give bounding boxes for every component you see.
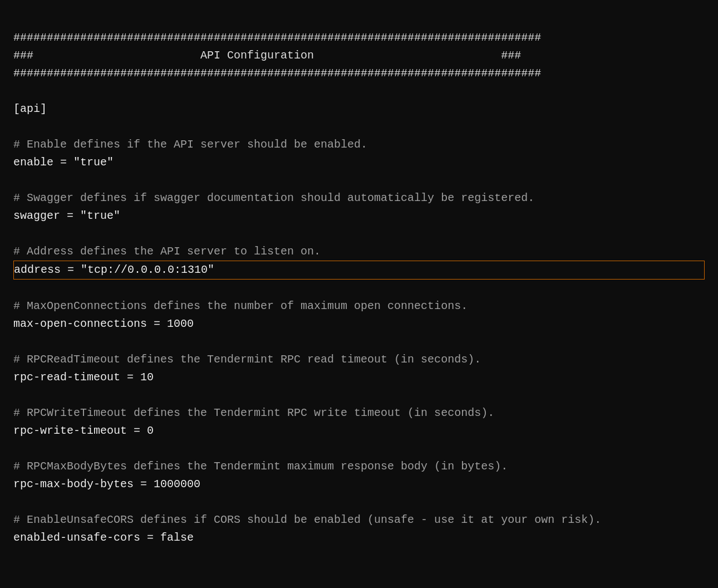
comment-line: # EnableUnsafeCORS defines if CORS shoul… (13, 511, 705, 529)
comment-line: # RPCReadTimeout defines the Tendermint … (13, 351, 705, 369)
empty-line (13, 82, 705, 100)
code-line: rpc-read-timeout = 10 (13, 369, 705, 386)
comment-line: # Address defines the API server to list… (13, 243, 705, 261)
header-line: ########################################… (13, 65, 705, 82)
empty-line (13, 171, 705, 189)
empty-line (13, 333, 705, 351)
empty-line (13, 118, 705, 136)
empty-line (13, 440, 705, 458)
highlighted-line: address = "tcp://0.0.0.0:1310" (13, 261, 705, 280)
comment-line: # RPCMaxBodyBytes defines the Tendermint… (13, 458, 705, 476)
code-line: enable = "true" (13, 154, 705, 171)
comment-line: # Swagger defines if swagger documentati… (13, 189, 705, 207)
code-line: rpc-write-timeout = 0 (13, 422, 705, 440)
comment-line: # MaxOpenConnections defines the number … (13, 297, 705, 315)
empty-line (13, 280, 705, 297)
empty-line (13, 493, 705, 511)
code-line: swagger = "true" (13, 207, 705, 225)
comment-line: # Enable defines if the API server shoul… (13, 136, 705, 154)
empty-line (13, 386, 705, 404)
empty-line (13, 225, 705, 243)
code-editor: ########################################… (13, 11, 705, 547)
code-line: max-open-connections = 1000 (13, 315, 705, 333)
header-line: ### API Configuration ### (13, 47, 705, 65)
comment-line: # RPCWriteTimeout defines the Tendermint… (13, 404, 705, 422)
header-line: ########################################… (13, 29, 705, 47)
code-line: enabled-unsafe-cors = false (13, 529, 705, 547)
code-line: [api] (13, 100, 705, 118)
code-line: rpc-max-body-bytes = 1000000 (13, 476, 705, 493)
